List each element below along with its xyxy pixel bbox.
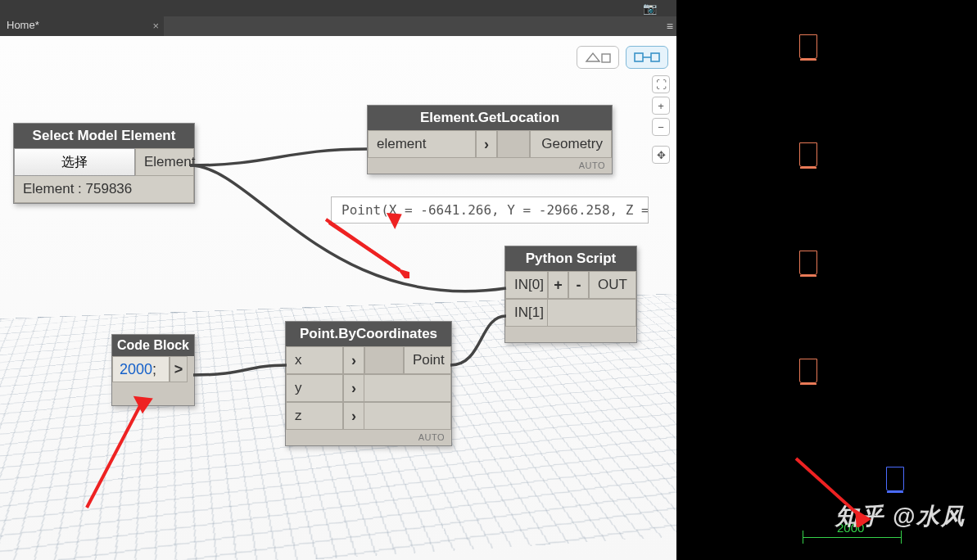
zoom-controls: ⛶ + − ✥ — [652, 75, 670, 164]
revit-element — [799, 142, 817, 167]
node-title: Point.ByCoordinates — [286, 322, 451, 346]
node-title: Python Script — [505, 246, 636, 271]
annotation-arrow-icon — [311, 213, 409, 278]
output-port-point[interactable]: Point — [404, 346, 451, 374]
svg-marker-3 — [382, 213, 405, 229]
code-input[interactable]: 2000; — [112, 356, 170, 382]
input-port-x[interactable]: x — [286, 346, 343, 374]
tab-home[interactable]: Home* × — [0, 16, 164, 36]
graph-view-button[interactable] — [626, 46, 668, 69]
annotation-arrow-icon — [79, 393, 161, 516]
input-port-in0[interactable]: IN[0] — [505, 271, 548, 299]
tab-bar: Home* × ≡ — [0, 16, 676, 36]
chevron-right-icon[interactable]: › — [343, 374, 364, 402]
select-button[interactable]: 选择 — [14, 148, 135, 176]
chevron-right-icon[interactable]: › — [343, 402, 364, 430]
pan-button[interactable]: ✥ — [652, 146, 670, 164]
geometry-view-button[interactable] — [577, 46, 619, 69]
svg-rect-1 — [635, 53, 643, 61]
screenshot-icon[interactable]: 📷 — [643, 2, 657, 15]
output-port-element[interactable]: Element — [135, 148, 194, 176]
input-port-y[interactable]: y — [286, 374, 343, 402]
zoom-in-button[interactable]: + — [652, 97, 670, 115]
annotation-arrow-icon — [791, 454, 873, 527]
input-port-element[interactable]: element — [368, 130, 476, 158]
svg-rect-2 — [651, 53, 659, 61]
selected-element-value: Element : 759836 — [14, 176, 194, 203]
input-port-z[interactable]: z — [286, 402, 343, 430]
dimension-tick — [901, 531, 902, 544]
output-port[interactable]: > — [170, 356, 188, 382]
tab-menu-icon[interactable]: ≡ — [667, 20, 673, 33]
dynamo-workspace: 📷 Home* × ≡ ⛶ — [0, 0, 676, 560]
remove-input-button[interactable]: - — [568, 271, 589, 299]
close-icon[interactable]: × — [152, 20, 159, 32]
node-point-bycoordinates[interactable]: Point.ByCoordinates x › Point y › z › AU… — [285, 321, 452, 446]
input-port-in1[interactable]: IN[1] — [505, 299, 548, 327]
title-bar: 📷 — [0, 0, 676, 16]
node-element-getlocation[interactable]: Element.GetLocation element › Geometry A… — [367, 105, 613, 174]
output-port-geometry[interactable]: Geometry — [530, 130, 612, 158]
revit-element — [799, 34, 817, 59]
svg-rect-0 — [602, 54, 610, 62]
revit-element — [799, 359, 817, 383]
lacing-auto-label: AUTO — [368, 158, 612, 174]
revit-view: 2000 知乎 @水风 — [676, 0, 977, 560]
chevron-right-icon[interactable]: › — [343, 346, 364, 374]
dimension-line — [803, 537, 901, 538]
add-input-button[interactable]: + — [548, 271, 568, 299]
lacing-auto-label: AUTO — [286, 430, 451, 445]
view-mode-toolbar — [577, 46, 668, 69]
node-python-script[interactable]: Python Script IN[0] + - OUT IN[1] — [504, 246, 637, 343]
node-title: Code Block — [112, 335, 194, 356]
chevron-right-icon[interactable]: › — [476, 130, 497, 158]
output-port-out[interactable]: OUT — [589, 271, 636, 299]
zoom-fit-button[interactable]: ⛶ — [652, 75, 670, 93]
revit-element — [799, 251, 817, 275]
svg-marker-5 — [855, 509, 871, 527]
tab-label: Home* — [7, 19, 39, 31]
dimension-tick — [803, 531, 803, 544]
node-title: Element.GetLocation — [368, 106, 612, 130]
node-select-model-element[interactable]: Select Model Element 选择 Element Element … — [13, 123, 195, 204]
revit-element-selected[interactable] — [886, 467, 904, 491]
node-title: Select Model Element — [14, 124, 194, 148]
zoom-out-button[interactable]: − — [652, 118, 670, 136]
